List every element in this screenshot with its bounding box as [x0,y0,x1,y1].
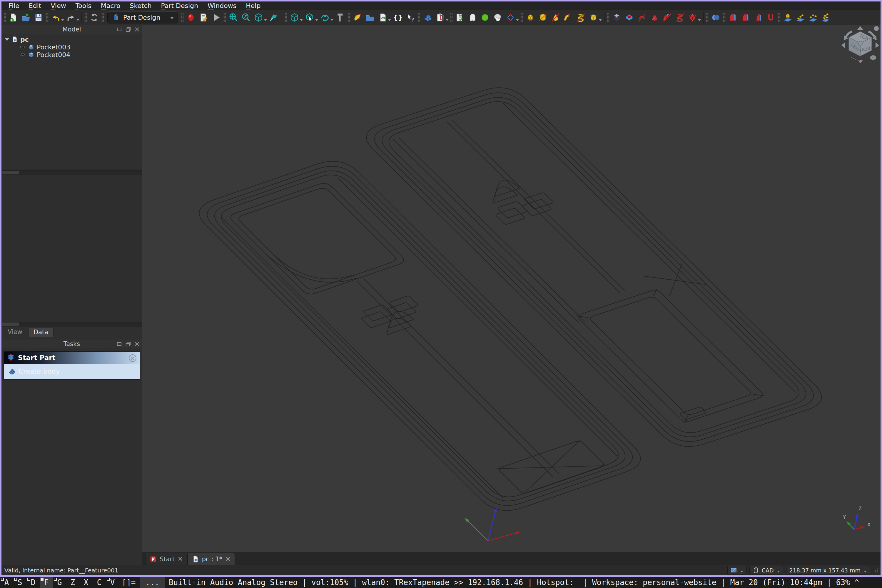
chevron-down-icon[interactable] [330,19,333,21]
menu-windows[interactable]: Windows [203,2,241,10]
workspace-tag-x[interactable]: X [80,577,93,588]
tree-hscrollbar[interactable] [2,170,142,175]
layout-symbol[interactable]: []= [119,577,138,588]
toolbar-grip[interactable] [84,13,87,22]
task-create-body[interactable]: Create body [4,366,140,377]
dock-restore-icon[interactable] [117,342,122,346]
measure-button[interactable] [334,11,346,24]
3d-viewport[interactable]: TOPLEFTFRONTZYX Start✕pc : 1*✕ [142,25,880,565]
create-group-button[interactable] [364,11,376,24]
fit-all-button[interactable] [227,11,240,24]
create-sketch-button[interactable] [351,11,364,24]
validate-sketch-button[interactable] [454,11,466,24]
macro-record-button[interactable] [184,11,197,24]
chevron-down-icon[interactable] [264,19,267,21]
create-body-button[interactable] [421,11,434,24]
workspace-tag-s[interactable]: S [13,577,27,588]
menu-macro[interactable]: Macro [96,2,125,10]
workspace-tag-c[interactable]: C [93,577,106,588]
draw-style-button[interactable] [288,11,301,24]
toolbar-grip[interactable] [706,13,708,22]
document-tab-pc-1-[interactable]: pc : 1*✕ [188,553,235,565]
redo-button[interactable] [64,11,77,24]
chevron-down-icon[interactable] [61,19,64,21]
chevron-down-icon[interactable] [315,19,318,21]
additive-helix-button[interactable] [574,11,587,24]
menu-view[interactable]: View [46,2,70,10]
workspace-tag-d[interactable]: D [27,577,40,588]
shape-binder-button[interactable] [466,11,479,24]
menu-file[interactable]: File [4,2,24,10]
draft-button[interactable] [752,11,764,24]
workbench-selector[interactable]: Part Design [107,12,178,24]
expander-icon[interactable] [5,38,9,41]
chevron-down-icon[interactable] [300,19,303,21]
dock-float-icon[interactable] [126,27,131,32]
workspace-tag-a[interactable]: A [0,577,13,588]
boolean-operation-button[interactable] [710,11,722,24]
view-axonometric-button[interactable] [252,11,265,24]
chevron-down-icon[interactable] [599,19,602,21]
undo-button[interactable] [50,11,62,24]
sub-shape-binder-button[interactable] [479,11,492,24]
chamfer-button[interactable] [739,11,752,24]
toolbar-grip[interactable] [46,13,48,22]
property-hscrollbar[interactable] [2,322,142,327]
toolbar-grip[interactable] [723,13,726,22]
multi-transform-button[interactable] [819,11,832,24]
subtractive-pipe-button[interactable] [661,11,674,24]
tree-hscrollbar-thumb[interactable] [2,171,19,174]
chevron-down-icon[interactable] [388,19,391,21]
expression-editor-button[interactable]: {} [392,11,404,24]
macro-play-button[interactable] [210,11,222,24]
view-align-button[interactable] [267,11,280,24]
workspace-tag-g[interactable]: G [53,577,66,588]
pocket-button[interactable] [610,11,623,24]
chevron-down-icon[interactable] [698,19,701,21]
document-tab-start[interactable]: Start✕ [145,553,188,565]
linear-pattern-button[interactable] [794,11,807,24]
navigation-style-selector[interactable]: CAD [749,566,783,575]
toolbar-grip[interactable] [607,13,609,22]
menu-tools[interactable]: Tools [71,2,96,10]
dock-float-icon[interactable] [126,342,131,346]
toolbar-grip[interactable] [101,13,104,22]
additive-pipe-button[interactable] [562,11,574,24]
tree-item-pc[interactable]: pc [2,36,142,43]
subtractive-helix-button[interactable] [674,11,686,24]
mirrored-button[interactable] [782,11,794,24]
groove-button[interactable] [636,11,648,24]
subtractive-box-button[interactable] [686,11,699,24]
pad-button[interactable] [524,11,537,24]
close-icon[interactable]: ✕ [178,555,183,563]
macro-edit-button[interactable] [197,11,210,24]
refresh-button[interactable] [88,11,100,24]
workspace-tag-z[interactable]: Z [66,577,80,588]
navcube-orbit-toggle[interactable] [874,26,879,31]
create-datum-button[interactable] [504,11,517,24]
menu-sketch[interactable]: Sketch [125,2,156,10]
chevron-down-icon[interactable] [516,19,519,21]
toolbar-grip[interactable] [520,13,523,22]
chevron-down-icon[interactable] [76,19,80,21]
dock-close-icon[interactable] [134,27,140,32]
menu-part-design[interactable]: Part Design [156,2,203,10]
tree-item-pocket003[interactable]: Pocket003 [2,43,142,51]
toolbar-grip[interactable] [181,13,184,22]
tab-view[interactable]: View [3,327,27,337]
workspace-tag-f[interactable]: F [40,577,53,588]
toolbar-grip[interactable] [418,13,420,22]
view-cube-select-button[interactable] [303,11,316,24]
revolution-button[interactable] [537,11,549,24]
file-new-button[interactable] [7,11,20,24]
collapse-chevron-icon[interactable] [129,354,137,362]
rotate-view-button[interactable] [319,11,332,24]
additive-loft-button[interactable] [549,11,562,24]
file-save-button[interactable] [32,11,45,24]
toolbar-grip[interactable] [224,13,226,22]
workspace-tag-v[interactable]: V [106,577,119,588]
resize-grip[interactable] [873,568,878,573]
dimension-selector[interactable]: 218.37 mm x 157.43 mm [786,566,870,575]
toolbar-grip[interactable] [450,13,453,22]
file-open-button[interactable] [20,11,32,24]
